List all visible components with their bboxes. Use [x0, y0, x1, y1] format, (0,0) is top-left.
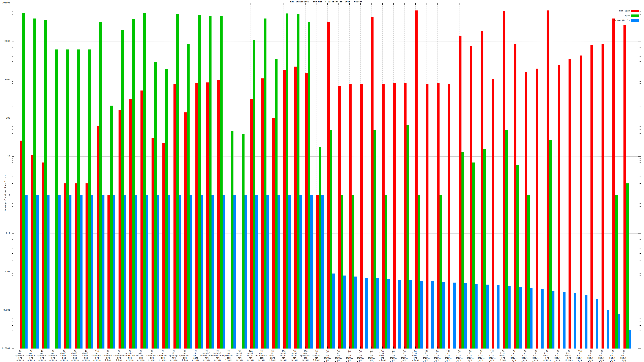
x-tick-bottom: [207, 347, 207, 349]
y-minor-tick: [640, 9, 641, 9]
y-minor-tick: [640, 278, 641, 278]
y-minor-tick: [12, 316, 13, 316]
y-tick-label: 1000: [0, 78, 10, 81]
y-minor-tick: [640, 53, 641, 53]
y-minor-tick: [12, 201, 13, 201]
y-minor-tick: [12, 47, 13, 47]
y-minor-tick: [12, 337, 13, 337]
y-minor-tick: [12, 86, 13, 86]
y-minor-tick: [640, 100, 641, 100]
x-tick-top: [328, 3, 328, 5]
y-major-tick: [12, 156, 14, 157]
y-major-tick: [12, 310, 14, 310]
y-minor-tick: [640, 235, 641, 235]
y-minor-tick: [640, 165, 641, 165]
x-tick-bottom: [75, 347, 75, 349]
y-minor-tick: [12, 129, 13, 130]
x-tick-top: [152, 3, 152, 5]
y-minor-tick: [12, 95, 13, 95]
x-tick-top: [547, 3, 547, 5]
y-major-tick: [12, 80, 14, 80]
y-minor-tick: [640, 203, 641, 204]
y-minor-tick: [12, 9, 13, 9]
x-tick-top: [437, 3, 438, 5]
y-major-tick: [12, 349, 14, 349]
y-minor-tick: [640, 316, 641, 316]
x-tick-top: [75, 3, 75, 5]
x-tick-bottom: [328, 347, 328, 349]
y-major-tick: [638, 80, 641, 80]
y-minor-tick: [640, 23, 641, 23]
y-minor-tick: [12, 287, 13, 287]
x-tick-bottom: [64, 347, 64, 349]
x-tick-top: [569, 3, 569, 5]
x-tick-top: [97, 3, 97, 5]
x-tick-bottom: [426, 347, 426, 349]
x-tick-bottom: [163, 347, 163, 349]
y-minor-tick: [12, 18, 13, 18]
legend-swatch: [631, 19, 639, 22]
y-minor-tick: [640, 43, 641, 43]
y-minor-tick: [640, 162, 641, 163]
y-minor-tick: [640, 95, 641, 95]
y-minor-tick: [12, 299, 13, 299]
y-minor-tick: [12, 199, 13, 199]
x-tick-bottom: [459, 347, 460, 349]
x-tick-bottom: [119, 347, 119, 349]
y-minor-tick: [640, 330, 641, 331]
y-minor-tick: [12, 23, 13, 23]
y-minor-tick: [12, 122, 13, 122]
y-axis-title: Message Count or Spam Score: [4, 167, 7, 219]
y-minor-tick: [12, 278, 13, 278]
x-tick-bottom: [228, 347, 229, 349]
x-tick-top: [602, 3, 602, 5]
y-minor-tick: [12, 249, 13, 249]
y-minor-tick: [640, 145, 641, 145]
x-tick-top: [360, 3, 361, 5]
y-minor-tick: [12, 126, 13, 127]
y-tick-label: 0.001: [0, 309, 10, 311]
x-tick-bottom: [481, 347, 482, 349]
x-tick-top: [591, 3, 591, 5]
x-tick-top: [86, 3, 86, 5]
y-minor-tick: [12, 165, 13, 165]
x-tick-bottom: [20, 347, 20, 349]
x-tick-top: [404, 3, 404, 5]
x-tick-top: [42, 3, 42, 5]
y-major-tick: [12, 233, 14, 234]
y-minor-tick: [640, 322, 641, 322]
y-major-tick: [638, 349, 641, 349]
y-minor-tick: [640, 56, 641, 57]
y-minor-tick: [640, 183, 641, 184]
x-tick-top: [316, 3, 317, 5]
chart-canvas: RBL Statistics - Sun Mar 4 12:58:04 EST …: [0, 0, 644, 362]
x-tick-top: [207, 3, 207, 5]
x-tick-bottom: [86, 347, 86, 349]
y-minor-tick: [12, 162, 13, 163]
y-minor-tick: [640, 237, 641, 237]
x-tick-bottom: [602, 347, 602, 349]
legend-label: Not Spam: [590, 9, 630, 12]
x-tick-top: [448, 3, 448, 5]
y-minor-tick: [12, 53, 13, 53]
x-tick-top: [492, 3, 492, 5]
y-minor-tick: [640, 14, 641, 14]
y-minor-tick: [12, 183, 13, 184]
y-minor-tick: [12, 203, 13, 204]
y-minor-tick: [12, 14, 13, 14]
x-tick-top: [481, 3, 482, 5]
y-minor-tick: [640, 50, 641, 50]
x-tick-top: [218, 3, 218, 5]
y-minor-tick: [640, 47, 641, 47]
x-tick-bottom: [130, 347, 130, 349]
y-major-tick: [638, 3, 641, 3]
x-tick-top: [426, 3, 426, 5]
y-minor-tick: [640, 249, 641, 249]
x-tick-top: [514, 3, 514, 5]
x-tick-bottom: [371, 347, 372, 349]
x-tick-top: [108, 3, 108, 5]
y-minor-tick: [640, 81, 641, 82]
y-minor-tick: [12, 237, 13, 237]
y-major-tick: [638, 156, 641, 157]
y-minor-tick: [12, 177, 13, 177]
